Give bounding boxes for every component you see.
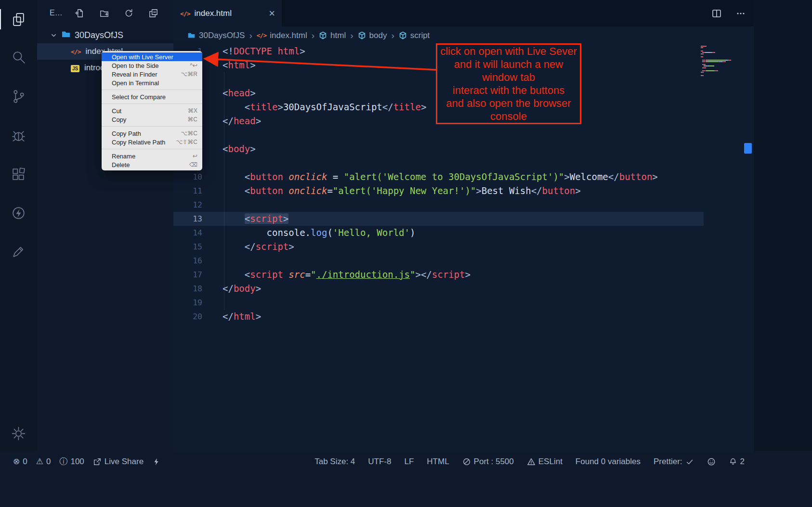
tab-index-html[interactable]: </> index.html × [173,0,282,26]
port-status[interactable]: Port : 5500 [462,457,514,467]
folder-root-30daysofjs[interactable]: 30DaysOfJS [37,27,173,43]
new-file-icon[interactable] [75,8,85,18]
debug-icon[interactable] [0,120,37,151]
line-number: 17 [173,268,202,282]
code-line-16[interactable]: 16 [173,254,704,268]
line-content: <script src="./introduction.js"></script… [202,268,471,282]
menu-item-delete[interactable]: Delete⌫ [102,160,202,169]
info-status[interactable]: ⓘ100 [59,457,84,467]
breadcrumb-separator: › [312,30,314,41]
eslint-status-label: ESLint [538,457,563,467]
menu-item-label: Select for Compare [112,93,197,101]
minimap-line [701,75,744,76]
line-number: 18 [173,282,202,296]
menu-item-open-with-live-server[interactable]: Open with Live Server [102,52,202,61]
refresh-icon[interactable] [124,8,134,18]
root-folder-label: 30DaysOfJS [75,30,123,40]
code-line-13[interactable]: 13 <script> [173,212,704,226]
menu-item-label: Open in Terminal [112,79,197,87]
language-status[interactable]: HTML [427,457,449,467]
encoding-status-label: UTF-8 [368,457,391,467]
editor-actions [711,0,746,26]
variables-status[interactable]: Found 0 variables [576,457,641,467]
more-actions-icon[interactable] [735,8,746,19]
split-editor-icon[interactable] [711,8,722,19]
menu-item-open-to-the-side[interactable]: Open to the Side^↩ [102,61,202,70]
search-icon[interactable] [0,42,37,73]
warnings-status[interactable]: ⚠0 [36,457,51,467]
feedback-pen-icon[interactable] [0,236,37,267]
line-content: <html> [202,58,256,72]
line-content [202,254,223,268]
minimap-line [701,56,744,57]
menu-item-cut[interactable]: Cut⌘X [102,106,202,115]
code-line-9[interactable]: 9 [173,156,704,170]
breadcrumb-item-body[interactable]: body [358,31,387,40]
settings-gear-icon[interactable] [0,418,37,449]
breadcrumb-label: html [330,31,346,40]
live-share-status-label: Live Share [105,457,144,467]
menu-item-open-in-terminal[interactable]: Open in Terminal [102,78,202,87]
menu-item-shortcut: ⌘X [188,107,197,114]
explorer-icon[interactable] [0,4,37,35]
code-line-7[interactable]: 7 [173,128,704,142]
code-line-10[interactable]: 10 <button onclick = "alert('Welcome to … [173,170,704,184]
explorer-toolbar [75,8,158,18]
new-folder-icon[interactable] [99,8,109,18]
vscode-window: E… 30DaysOfJS </>index.htmlJSintroductio… [0,0,812,507]
menu-item-rename[interactable]: Rename↩ [102,152,202,160]
line-number: 12 [173,198,202,212]
breadcrumb-item-script[interactable]: script [399,31,430,40]
menu-item-label: Reveal in Finder [112,71,181,78]
scrollbar-marker[interactable] [744,143,752,154]
menu-item-select-for-compare[interactable]: Select for Compare [102,92,202,101]
minimap-line [701,60,744,61]
code-line-11[interactable]: 11 <button onclick="alert('Happy New Yea… [173,184,704,198]
code-line-17[interactable]: 17 <script src="./introduction.js"></scr… [173,268,704,282]
eol-status[interactable]: LF [404,457,414,467]
code-line-12[interactable]: 12 [173,198,704,212]
feedback-status[interactable] [707,457,716,466]
breadcrumb-item-index.html[interactable]: </>index.html [257,31,307,40]
extensions-icon[interactable] [0,159,37,190]
eslint-status[interactable]: ESLint [527,457,563,467]
code-line-19[interactable]: 19 [173,296,704,310]
code-line-18[interactable]: 18</body> [173,282,704,296]
breadcrumb-item-30DaysOfJS[interactable]: 30DaysOfJS [187,31,245,40]
code-line-14[interactable]: 14 console.log('Hello, World') [173,226,704,240]
menu-item-copy-path[interactable]: Copy Path⌥⌘C [102,129,202,138]
minimap-line [701,49,744,50]
menu-item-label: Open to the Side [112,62,190,69]
code-line-20[interactable]: 20</html> [173,310,704,324]
language-status-label: HTML [427,457,449,467]
html-file-icon: </> [71,47,80,56]
prettier-status[interactable]: Prettier: [654,457,694,467]
close-icon[interactable]: × [269,8,275,19]
menu-item-label: Delete [112,161,189,169]
source-control-icon[interactable] [0,81,37,112]
menu-item-copy-relative-path[interactable]: Copy Relative Path⌥⇧⌘C [102,138,202,146]
errors-status[interactable]: ⊗0 [13,457,27,467]
menu-item-reveal-in-finder[interactable]: Reveal in Finder⌥⌘R [102,70,202,78]
prettier-status-label: Prettier: [654,457,682,467]
menu-item-label: Open with Live Server [112,53,197,61]
notifications-status[interactable]: 2 [729,457,745,467]
minimap[interactable] [701,46,744,77]
menu-item-label: Rename [112,153,193,160]
collapse-all-icon[interactable] [148,8,158,18]
line-content: </script> [202,240,294,254]
minimap-line [701,52,744,53]
menu-item-copy[interactable]: Copy⌘C [102,115,202,124]
lightning-status[interactable] [152,457,161,466]
code-line-8[interactable]: 8<body> [173,142,704,156]
menu-item-shortcut: ⌥⌘C [181,130,198,137]
notifications-status-label: 2 [740,457,745,467]
breadcrumb-item-html[interactable]: html [319,31,346,40]
thunder-client-icon[interactable] [0,197,37,228]
minimap-line [701,53,744,54]
encoding-status[interactable]: UTF-8 [368,457,391,467]
code-line-15[interactable]: 15 </script> [173,240,704,254]
tab-size-status[interactable]: Tab Size: 4 [314,457,355,467]
live-share-status[interactable]: Live Share [93,457,144,467]
js-file-icon: JS [71,63,79,73]
